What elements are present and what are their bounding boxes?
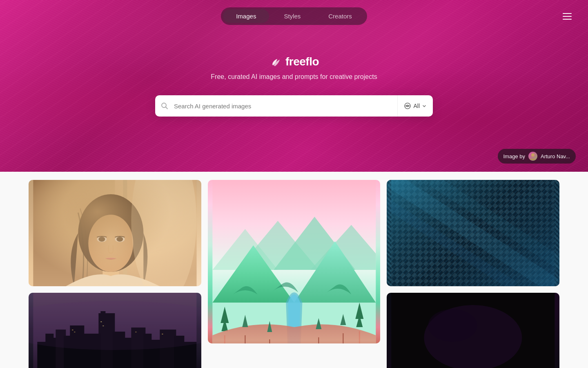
hero-content: freeflo Free, curated AI images and prom… <box>0 55 588 117</box>
svg-point-16 <box>131 180 196 286</box>
logo-text: freeflo <box>285 55 319 68</box>
menu-line-1 <box>563 13 572 14</box>
gallery-col-3 <box>387 180 559 368</box>
svg-rect-69 <box>392 180 555 286</box>
image-by-label: Image by <box>503 153 525 159</box>
search-icon <box>155 102 174 110</box>
svg-line-1 <box>166 107 168 109</box>
gallery-image-texture[interactable] <box>387 180 559 286</box>
svg-point-76 <box>428 309 477 342</box>
svg-rect-7 <box>123 180 127 286</box>
svg-rect-9 <box>102 262 119 286</box>
svg-point-42 <box>29 301 201 350</box>
svg-rect-70 <box>392 180 555 286</box>
gallery-columns <box>29 180 559 368</box>
gallery-col-1 <box>29 180 201 368</box>
nav-tabs: Images Styles Creators <box>221 7 367 25</box>
svg-point-10 <box>78 194 143 272</box>
menu-line-2 <box>563 16 572 17</box>
svg-point-12 <box>97 236 107 242</box>
svg-rect-5 <box>33 180 196 286</box>
tab-styles[interactable]: Styles <box>271 9 314 23</box>
filter-label: All <box>413 103 420 109</box>
author-name: Arturo Nav... <box>541 153 570 159</box>
logo-area: freeflo <box>0 55 588 68</box>
hero-section: Images Styles Creators freeflo Free, cur… <box>0 0 588 172</box>
svg-point-4 <box>531 153 535 157</box>
svg-line-71 <box>392 180 555 286</box>
svg-point-15 <box>116 237 123 242</box>
svg-point-14 <box>115 236 125 242</box>
gallery-image-mountain[interactable] <box>208 180 381 343</box>
gallery-image-portrait[interactable] <box>29 180 201 286</box>
tab-images[interactable]: Images <box>223 9 269 23</box>
navigation: Images Styles Creators <box>0 0 588 32</box>
search-bar: All <box>155 95 433 117</box>
menu-button[interactable] <box>563 13 572 20</box>
image-by-badge[interactable]: Image by Arturo Nav... <box>498 149 576 164</box>
menu-line-3 <box>563 19 572 20</box>
gallery-section <box>0 172 588 368</box>
hero-subtitle: Free, curated AI images and prompts for … <box>0 73 588 81</box>
gallery-image-city[interactable] <box>29 293 201 368</box>
svg-rect-6 <box>115 180 196 286</box>
svg-line-73 <box>387 180 514 286</box>
gallery-image-dark[interactable] <box>387 293 559 368</box>
gallery-col-2 <box>208 180 381 343</box>
chevron-down-icon <box>422 104 426 108</box>
author-avatar <box>528 152 537 161</box>
freeflo-logo-icon <box>269 56 281 68</box>
svg-point-11 <box>88 215 133 272</box>
search-input[interactable] <box>174 103 397 110</box>
svg-rect-34 <box>182 342 196 368</box>
svg-line-72 <box>432 180 559 286</box>
tab-creators[interactable]: Creators <box>315 9 365 23</box>
svg-point-13 <box>98 237 105 242</box>
svg-point-8 <box>62 274 160 286</box>
search-filter-dropdown[interactable]: All <box>397 95 433 117</box>
